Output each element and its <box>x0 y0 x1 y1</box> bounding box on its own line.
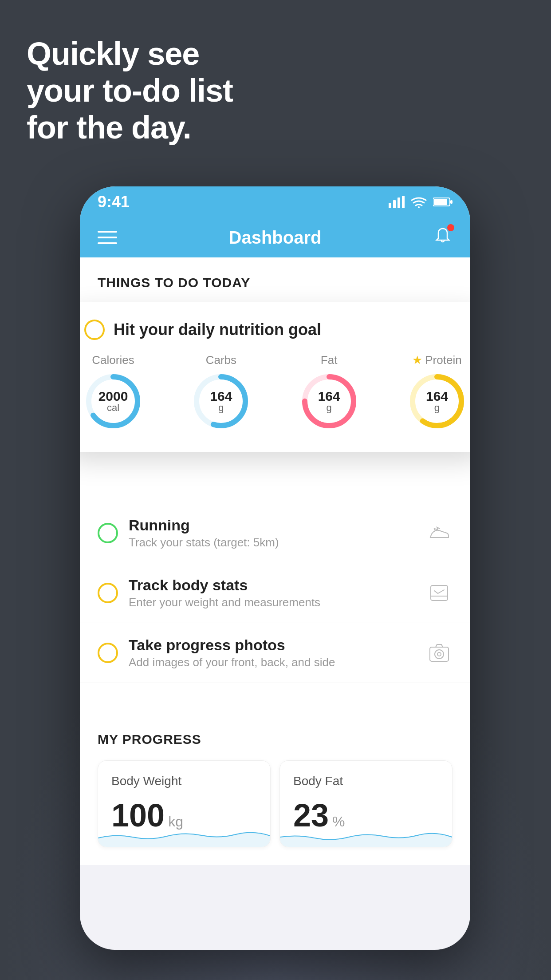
phone-frame: 9:41 <box>80 186 470 950</box>
status-bar: 9:41 <box>80 186 470 217</box>
todo-title-photos: Take progress photos <box>129 636 415 654</box>
svg-rect-6 <box>434 199 447 205</box>
todo-list: Running Track your stats (target: 5km) <box>80 503 470 683</box>
todo-item-body-stats[interactable]: Track body stats Enter your weight and m… <box>80 563 470 623</box>
card-radio-button[interactable] <box>84 320 105 340</box>
body-weight-card[interactable]: Body Weight 100 kg <box>98 760 271 847</box>
todo-item-running[interactable]: Running Track your stats (target: 5km) <box>80 503 470 563</box>
protein-ring: 164 g <box>408 372 466 430</box>
nav-title: Dashboard <box>229 228 322 248</box>
menu-line <box>98 231 117 233</box>
scale-icon <box>426 580 453 606</box>
menu-line <box>98 242 117 244</box>
photo-icon <box>426 640 453 666</box>
body-weight-title: Body Weight <box>111 774 257 788</box>
calories-label: Calories <box>92 353 134 367</box>
menu-button[interactable] <box>98 231 117 244</box>
card-title-row: Hit your daily nutrition goal <box>84 320 466 340</box>
svg-rect-7 <box>450 200 453 204</box>
todo-content-body-stats: Track body stats Enter your weight and m… <box>129 577 415 609</box>
nav-bar: Dashboard <box>80 217 470 257</box>
progress-section: MY PROGRESS Body Weight 100 kg <box>80 710 470 865</box>
fat-label: Fat <box>321 353 338 367</box>
wifi-icon <box>411 196 427 208</box>
todo-item-photos[interactable]: Take progress photos Add images of your … <box>80 623 470 683</box>
signal-icon <box>389 196 405 208</box>
svg-point-19 <box>435 650 444 659</box>
status-icons <box>389 196 453 208</box>
notification-dot <box>447 224 454 231</box>
hero-line2: your to-do list <box>27 72 233 109</box>
todo-sub-photos: Add images of your front, back, and side <box>129 656 415 669</box>
progress-cards: Body Weight 100 kg Body Fat <box>98 760 453 847</box>
hero-line1: Quickly see <box>27 36 233 72</box>
battery-icon <box>433 197 453 207</box>
svg-rect-2 <box>398 198 400 208</box>
things-to-do-header: THINGS TO DO TODAY <box>80 257 470 299</box>
nutrition-carbs: Carbs 164 g <box>192 353 250 430</box>
todo-title-body-stats: Track body stats <box>129 577 415 594</box>
nutrition-fat: Fat 164 g <box>300 353 358 430</box>
svg-rect-1 <box>393 200 396 208</box>
protein-label: ★ Protein <box>412 353 461 367</box>
fat-value: 164 g <box>318 389 340 414</box>
progress-section-title: MY PROGRESS <box>98 732 453 747</box>
svg-rect-0 <box>389 203 391 208</box>
spacer <box>80 683 470 710</box>
todo-sub-body-stats: Enter your weight and measurements <box>129 596 415 609</box>
body-fat-wave <box>280 820 452 847</box>
carbs-ring: 164 g <box>192 372 250 430</box>
nutrition-card: Hit your daily nutrition goal Calories 2… <box>80 302 470 452</box>
card-title: Hit your daily nutrition goal <box>114 320 321 339</box>
hero-text: Quickly see your to-do list for the day. <box>27 36 233 146</box>
todo-radio-running[interactable] <box>98 523 118 543</box>
fat-ring: 164 g <box>300 372 358 430</box>
svg-point-4 <box>418 206 420 208</box>
calories-ring: 2000 cal <box>84 372 142 430</box>
todo-radio-body-stats[interactable] <box>98 583 118 603</box>
star-icon: ★ <box>412 353 422 367</box>
todo-title-running: Running <box>129 517 415 534</box>
shoe-icon <box>426 520 453 546</box>
todo-radio-photos[interactable] <box>98 643 118 663</box>
carbs-value: 164 g <box>210 389 232 414</box>
notification-button[interactable] <box>433 226 453 249</box>
body-fat-title: Body Fat <box>293 774 439 788</box>
nutrition-row: Calories 2000 cal Carbs <box>84 353 466 430</box>
svg-rect-3 <box>402 196 405 208</box>
carbs-label: Carbs <box>206 353 236 367</box>
todo-sub-running: Track your stats (target: 5km) <box>129 536 415 549</box>
body-fat-card[interactable]: Body Fat 23 % <box>279 760 453 847</box>
nutrition-calories: Calories 2000 cal <box>84 353 142 430</box>
hero-line3: for the day. <box>27 109 233 146</box>
todo-content-photos: Take progress photos Add images of your … <box>129 636 415 669</box>
nutrition-protein: ★ Protein 164 g <box>408 353 466 430</box>
protein-value: 164 g <box>426 389 448 414</box>
todo-content-running: Running Track your stats (target: 5km) <box>129 517 415 549</box>
status-time: 9:41 <box>98 193 130 211</box>
calories-value: 2000 cal <box>98 389 128 414</box>
svg-point-20 <box>437 652 441 656</box>
svg-rect-18 <box>430 647 449 661</box>
menu-line <box>98 237 117 238</box>
body-weight-wave <box>98 820 270 847</box>
